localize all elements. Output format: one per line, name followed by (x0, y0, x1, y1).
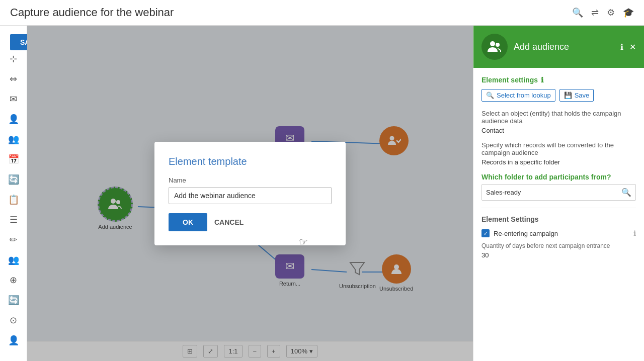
sidebar-list-icon[interactable]: ☰ (5, 211, 23, 229)
save-settings-button[interactable]: 💾 Save (559, 89, 594, 102)
modal-actions: OK CANCEL (169, 213, 332, 231)
re-entering-info-icon[interactable]: ℹ (633, 229, 636, 237)
select-from-lookup-button[interactable]: 🔍 Select from lookup (481, 89, 555, 102)
sidebar-select-icon[interactable]: ⊹ (5, 50, 23, 68)
sidebar-users-icon[interactable]: 👥 (5, 130, 23, 148)
sidebar-clipboard-icon[interactable]: 📋 (5, 191, 23, 209)
header-left: Capture audience for the webinar (10, 6, 174, 19)
sidebar-user-icon[interactable]: 👤 (5, 110, 23, 128)
modal-name-input[interactable] (169, 187, 332, 204)
sidebar-circle-icon[interactable]: ⊙ (5, 311, 23, 329)
sidebar-person-icon[interactable]: 👤 (5, 331, 23, 349)
right-panel-body: Element settings ℹ 🔍 Select from lookup … (473, 68, 644, 361)
right-panel: Add audience ℹ ✕ Element settings ℹ 🔍 Se… (473, 26, 644, 361)
right-panel-header-icons: ℹ ✕ (620, 42, 636, 52)
svg-point-12 (496, 43, 500, 47)
left-sidebar: ▶ ⊹ ⇔ ✉ 👤 👥 📅 🔄 📋 ☰ ✏ 👥 ⊕ 🔄 ⊙ 👤 (0, 26, 27, 361)
element-settings-actions: 🔍 Select from lookup 💾 Save (481, 89, 636, 102)
qty-value: 30 (481, 251, 636, 259)
element-settings-title: Element Settings (481, 215, 636, 223)
header: Capture audience for the webinar SAVE CA… (0, 0, 644, 26)
panel-info-icon[interactable]: ℹ (620, 42, 623, 52)
sidebar-calendar-icon[interactable]: 📅 (5, 150, 23, 168)
element-settings-section: Element Settings ✓ Re-entering campaign … (481, 208, 636, 259)
content-area: ▶ ⊹ ⇔ ✉ 👤 👥 📅 🔄 📋 ☰ ✏ 👥 ⊕ 🔄 ⊙ 👤 (0, 26, 644, 361)
records-value: Records in a specific folder (481, 158, 636, 166)
sidebar-edit-icon[interactable]: ✏ (5, 231, 23, 249)
folder-value: Sales-ready (486, 189, 621, 196)
re-entering-row: ✓ Re-entering campaign ℹ (481, 229, 636, 237)
search-icon-small: 🔍 (486, 92, 494, 99)
modal-name-label: Name (169, 176, 332, 184)
folder-field[interactable]: Sales-ready 🔍 (481, 184, 636, 201)
entity-description: Select an object (entity) that holds the… (481, 110, 636, 125)
sidebar-cycle-icon[interactable]: 🔄 (5, 170, 23, 189)
settings-icon[interactable]: ⚙ (607, 7, 615, 18)
right-panel-title: Add audience (514, 42, 569, 52)
records-description: Specify which records will be converted … (481, 141, 636, 156)
save-icon: 💾 (564, 92, 572, 99)
modal-cancel-button[interactable]: CANCEL (214, 218, 244, 226)
app-container: Capture audience for the webinar SAVE CA… (0, 0, 644, 361)
header-icons: 🔍 ⇌ ⚙ 🎓 (572, 7, 634, 18)
sidebar-move-icon[interactable]: ⇔ (5, 70, 23, 88)
search-icon[interactable]: 🔍 (572, 7, 583, 18)
re-entering-label: Re-entering campaign (494, 230, 629, 237)
folder-description: Which folder to add participants from? (481, 173, 636, 181)
sidebar-refresh-icon[interactable]: 🔄 (5, 291, 23, 309)
entity-value: Contact (481, 127, 636, 134)
svg-point-11 (490, 41, 495, 46)
element-settings-label: Element settings ℹ (481, 76, 636, 84)
sidebar-group-icon[interactable]: 👥 (5, 251, 23, 269)
modal-overlay: Element template Name OK CANCEL ☞ (27, 26, 473, 361)
folder-search-icon[interactable]: 🔍 (621, 188, 631, 197)
element-settings-info-icon[interactable]: ℹ (541, 76, 543, 84)
help-icon[interactable]: 🎓 (623, 7, 634, 18)
panel-close-icon[interactable]: ✕ (629, 42, 636, 52)
modal-ok-button[interactable]: OK (169, 213, 207, 231)
canvas-area: Add audience ✉ Invitation to the webinar… (27, 26, 473, 361)
page-title: Capture audience for the webinar (10, 6, 174, 19)
element-template-modal: Element template Name OK CANCEL (154, 142, 346, 245)
right-panel-avatar (481, 34, 508, 60)
right-panel-header: Add audience ℹ ✕ (473, 26, 644, 68)
sidebar-email-icon[interactable]: ✉ (5, 90, 23, 108)
re-entering-checkbox[interactable]: ✓ (481, 229, 490, 237)
modal-title: Element template (169, 156, 332, 167)
sidebar-add-icon[interactable]: ⊕ (5, 271, 23, 289)
filter-icon[interactable]: ⇌ (591, 7, 599, 18)
qty-label: Quantity of days before next campaign en… (481, 242, 636, 249)
